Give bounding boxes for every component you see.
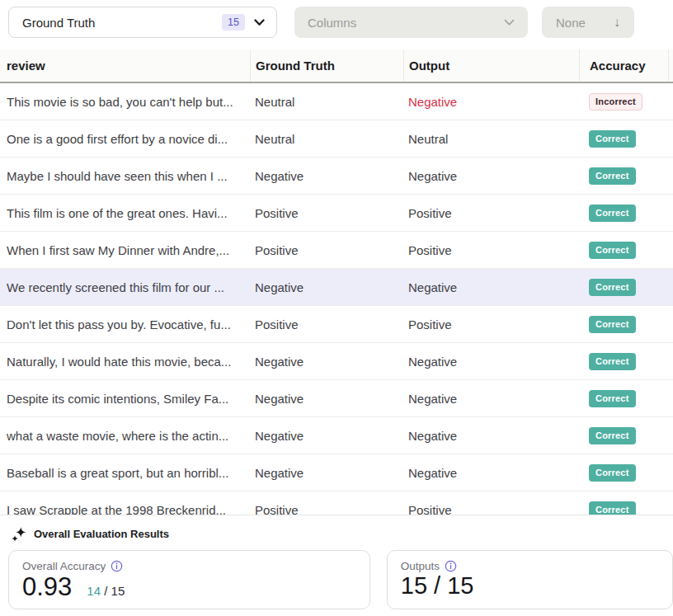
accuracy-cell: Correct [579, 242, 673, 259]
overall-accuracy-card: Overall Accuracy 0.93 14 / 15 [8, 550, 370, 609]
results-cards: Overall Accuracy 0.93 14 / 15 Outputs 15… [8, 550, 673, 609]
info-icon[interactable] [111, 560, 123, 572]
accuracy-cell: Correct [579, 501, 673, 515]
accuracy-cell: Correct [579, 390, 673, 407]
ground-truth-select-label: Ground Truth [22, 16, 95, 30]
ground-truth-cell: Negative [250, 355, 403, 369]
output-cell: Positive [403, 317, 579, 332]
accuracy-status-badge: Correct [589, 167, 636, 185]
accuracy-fraction-denominator: / 15 [104, 584, 125, 598]
accuracy-status-badge: Correct [589, 501, 636, 515]
columns-select[interactable]: Columns [294, 7, 528, 38]
overall-accuracy-label: Overall Accuracy [22, 560, 106, 572]
outputs-value: 15 / 15 [401, 572, 474, 600]
table-row[interactable]: what a waste movie, where is the actin..… [0, 417, 673, 454]
accuracy-cell: Correct [579, 205, 673, 222]
accuracy-cell: Correct [579, 464, 673, 482]
accuracy-fraction-numerator: 14 [87, 584, 101, 598]
output-cell: Negative [403, 355, 579, 369]
review-cell: When I first saw My Dinner with Andre,..… [0, 243, 250, 257]
table-row[interactable]: Despite its comic intentions, Smiley Fa.… [0, 380, 673, 417]
output-cell: Positive [403, 503, 579, 515]
table-body: This movie is so bad, you can't help but… [0, 83, 673, 515]
review-cell: One is a good first effort by a novice d… [0, 132, 250, 146]
review-cell: We recently screened this film for our .… [0, 280, 250, 294]
accuracy-status-badge: Correct [589, 427, 636, 444]
ground-truth-cell: Positive [250, 317, 403, 332]
accuracy-status-badge: Correct [589, 316, 636, 333]
ground-truth-cell: Negative [250, 169, 403, 183]
review-cell: Naturally, I would hate this movie, beca… [0, 355, 250, 369]
ground-truth-cell: Positive [250, 503, 403, 515]
arrow-down-icon: ↓ [614, 16, 620, 29]
column-header-review[interactable]: review [0, 49, 250, 82]
review-cell: Despite its comic intentions, Smiley Fa.… [0, 392, 250, 406]
review-cell: Maybe I should have seen this when I ... [0, 169, 250, 183]
outputs-label: Outputs [401, 560, 440, 572]
overall-results-title: Overall Evaluation Results [34, 528, 169, 540]
output-cell: Negative [403, 429, 579, 443]
accuracy-fraction: 14 / 15 [87, 584, 125, 598]
accuracy-status-badge: Correct [589, 353, 636, 370]
sort-order-button[interactable]: None ↓ [542, 7, 634, 38]
table-row[interactable]: This film is one of the great ones. Havi… [0, 195, 673, 232]
info-icon[interactable] [445, 560, 457, 572]
toolbar: Ground Truth 15 Columns None ↓ [0, 0, 673, 49]
table-row[interactable]: Naturally, I would hate this movie, beca… [0, 343, 673, 380]
column-header-ground-truth[interactable]: Ground Truth [250, 49, 403, 82]
accuracy-cell: Correct [579, 353, 673, 370]
accuracy-cell: Correct [579, 130, 673, 148]
outputs-card: Outputs 15 / 15 [387, 550, 673, 609]
accuracy-status-badge: Incorrect [589, 93, 642, 111]
table-row[interactable]: Baseball is a great sport, but an horrib… [0, 454, 673, 491]
table-row[interactable]: Don't let this pass you by. Evocative, f… [0, 306, 673, 343]
ground-truth-cell: Negative [250, 392, 403, 406]
accuracy-status-badge: Correct [589, 205, 636, 222]
chevron-down-icon [254, 19, 265, 26]
ground-truth-cell: Neutral [250, 132, 403, 146]
column-header-output[interactable]: Output [403, 49, 579, 82]
accuracy-status-badge: Correct [589, 242, 636, 259]
table-row[interactable]: This movie is so bad, you can't help but… [0, 83, 673, 120]
ground-truth-cell: Negative [250, 466, 403, 480]
accuracy-cell: Correct [579, 279, 673, 296]
output-cell: Negative [403, 280, 579, 294]
ground-truth-cell: Neutral [250, 95, 403, 109]
accuracy-cell: Correct [579, 316, 673, 333]
overall-results-header: Overall Evaluation Results [12, 526, 673, 542]
accuracy-cell: Incorrect [579, 93, 673, 111]
output-cell: Neutral [403, 132, 579, 146]
chevron-down-icon [504, 19, 515, 26]
table-row[interactable]: I saw Scrapple at the 1998 Breckenrid...… [0, 491, 673, 515]
accuracy-status-badge: Correct [589, 279, 636, 296]
review-cell: This movie is so bad, you can't help but… [0, 95, 250, 109]
row-count-badge: 15 [222, 14, 245, 31]
table-row[interactable]: One is a good first effort by a novice d… [0, 120, 673, 158]
output-cell: Negative [403, 466, 579, 480]
accuracy-status-badge: Correct [589, 130, 636, 148]
columns-select-placeholder: Columns [308, 16, 356, 30]
table-row[interactable]: We recently screened this film for our .… [0, 269, 673, 306]
accuracy-cell: Correct [579, 427, 673, 444]
table-row[interactable]: Maybe I should have seen this when I ...… [0, 158, 673, 195]
output-cell: Positive [403, 206, 579, 220]
accuracy-status-badge: Correct [589, 390, 636, 407]
overall-results-panel: Overall Evaluation Results Overall Accur… [0, 515, 673, 615]
ground-truth-cell: Positive [250, 243, 403, 257]
review-cell: Baseball is a great sport, but an horrib… [0, 466, 250, 480]
output-cell: Positive [403, 243, 579, 257]
ground-truth-column-select[interactable]: Ground Truth 15 [8, 7, 277, 38]
ground-truth-cell: Negative [250, 280, 403, 294]
column-header-accuracy[interactable]: Accuracy [579, 49, 668, 82]
review-cell: Don't let this pass you by. Evocative, f… [0, 317, 250, 332]
ground-truth-cell: Negative [250, 429, 403, 443]
output-cell: Negative [403, 169, 579, 183]
review-cell: what a waste movie, where is the actin..… [0, 429, 250, 443]
ground-truth-cell: Positive [250, 206, 403, 220]
sparkles-icon [12, 526, 26, 542]
review-cell: I saw Scrapple at the 1998 Breckenrid... [0, 503, 250, 515]
overall-accuracy-score: 0.93 [22, 572, 72, 602]
sort-order-label: None [556, 16, 586, 30]
table-row[interactable]: When I first saw My Dinner with Andre,..… [0, 232, 673, 269]
accuracy-cell: Correct [579, 167, 673, 185]
